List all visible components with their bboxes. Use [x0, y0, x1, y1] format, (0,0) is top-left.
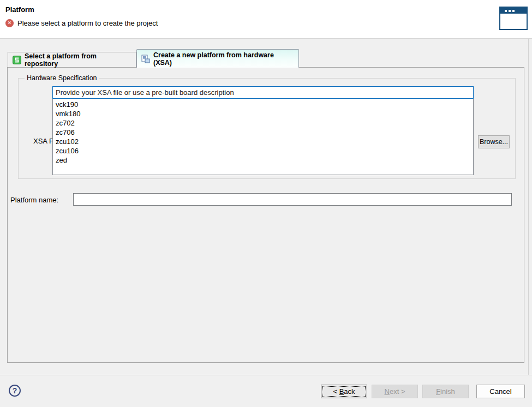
- finish-button[interactable]: Finish: [422, 385, 469, 398]
- dialog-right-edge: [528, 39, 529, 375]
- list-item[interactable]: zc702: [53, 118, 473, 128]
- back-label-rest: ack: [344, 387, 355, 396]
- tab-label: Select a platform from repository: [25, 52, 131, 68]
- list-item[interactable]: vmk180: [53, 109, 473, 118]
- tab-label: Create a new platform from hardware (XSA…: [153, 51, 294, 67]
- page-title: Platform: [5, 5, 34, 14]
- list-item[interactable]: zcu102: [53, 137, 473, 146]
- finish-mnemonic: F: [436, 387, 440, 396]
- list-item[interactable]: zed: [53, 155, 473, 165]
- header-separator: [0, 38, 532, 39]
- error-message: Please select a platform to create the p…: [17, 19, 158, 27]
- help-button[interactable]: ?: [9, 385, 21, 397]
- list-item[interactable]: zcu106: [53, 146, 473, 155]
- window-dot-icon: [505, 10, 507, 12]
- board-options-list[interactable]: vck190 vmk180 zc702 zc706 zcu102 zcu106 …: [52, 99, 474, 175]
- platform-name-input[interactable]: [73, 193, 512, 206]
- finish-label-rest: inish: [440, 387, 455, 396]
- tab-create-new-platform-from-hardware[interactable]: Create a new platform from hardware (XSA…: [136, 49, 299, 68]
- cancel-button[interactable]: Cancel: [476, 385, 525, 398]
- question-mark-icon: ?: [13, 386, 17, 395]
- platform-name-label: Platform name:: [10, 196, 58, 204]
- wizard-banner-window-icon: [499, 7, 528, 30]
- error-message-row: ✕ Please select a platform to create the…: [5, 19, 158, 27]
- browse-button[interactable]: Browse...: [478, 135, 510, 148]
- group-label: Hardware Specification: [25, 74, 99, 82]
- back-button[interactable]: < Back: [321, 385, 367, 398]
- tab-select-platform-from-repository[interactable]: Select a platform from repository: [8, 52, 136, 67]
- window-titlebar-graphic: [500, 8, 527, 14]
- wizard-header: Platform ✕ Please select a platform to c…: [0, 0, 532, 38]
- next-label-rest: ext >: [390, 387, 405, 396]
- back-label: <: [333, 387, 339, 396]
- repository-platform-icon: [13, 56, 21, 64]
- next-mnemonic: N: [385, 387, 390, 396]
- platform-wizard-dialog: Platform ✕ Please select a platform to c…: [0, 0, 532, 407]
- hardware-specification-group: Hardware Specification XSA File: vck190 …: [18, 78, 516, 179]
- xsa-file-combo-input[interactable]: [52, 86, 474, 99]
- window-dot-icon: [509, 10, 511, 12]
- tab-content-panel: Hardware Specification XSA File: vck190 …: [7, 67, 524, 363]
- button-bar: ? < Back Next > Finish Cancel: [0, 376, 532, 407]
- window-dot-icon: [512, 10, 515, 12]
- list-item[interactable]: zc706: [53, 128, 473, 137]
- new-platform-hardware-icon: [141, 55, 150, 63]
- next-button[interactable]: Next >: [372, 385, 418, 398]
- list-item[interactable]: vck190: [53, 100, 473, 109]
- error-icon: ✕: [5, 19, 14, 27]
